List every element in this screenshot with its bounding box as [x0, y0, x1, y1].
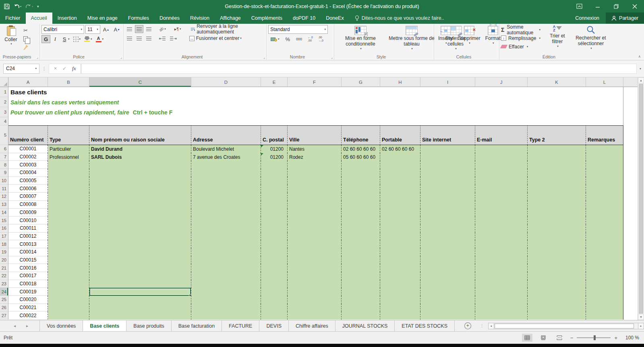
cell-J9[interactable]	[475, 169, 528, 177]
cell-B23[interactable]	[48, 280, 89, 288]
tab-mise-en-page[interactable]: Mise en page	[82, 12, 123, 24]
cell-J7[interactable]	[475, 153, 528, 161]
cell-G7[interactable]: 05 60 60 60 60	[342, 153, 380, 161]
zoom-slider-thumb[interactable]	[594, 335, 596, 340]
cell-E21[interactable]	[261, 264, 288, 272]
font-color-button[interactable]: A▾	[94, 35, 106, 43]
cell-D19[interactable]	[191, 248, 261, 256]
cell-L14[interactable]	[586, 209, 623, 217]
autosum-button[interactable]: ΣSomme automatique▾	[501, 26, 540, 33]
cell-I22[interactable]	[420, 272, 475, 280]
cell-C17[interactable]	[89, 233, 191, 241]
zoom-in-icon[interactable]: +	[614, 335, 617, 341]
cell-C8[interactable]	[89, 161, 191, 169]
row-header-11[interactable]: 11	[0, 185, 8, 193]
align-center-button[interactable]	[135, 34, 143, 42]
cell-J25[interactable]	[475, 296, 528, 304]
cell-L11[interactable]	[586, 185, 623, 193]
cell-C25[interactable]	[89, 296, 191, 304]
cell-I26[interactable]	[420, 304, 475, 312]
cell-H7[interactable]	[380, 153, 420, 161]
row-header-27[interactable]: 27	[0, 312, 8, 320]
row-header-22[interactable]: 22	[0, 272, 8, 280]
scroll-up-icon[interactable]: ▲	[638, 77, 644, 83]
cell-J26[interactable]	[475, 304, 528, 312]
cell-K5[interactable]: Type 2	[528, 125, 586, 145]
cell-L25[interactable]	[586, 296, 623, 304]
cell-E22[interactable]	[261, 272, 288, 280]
save-icon[interactable]	[4, 4, 10, 9]
cell-C18[interactable]	[89, 240, 191, 248]
cell-J16[interactable]	[475, 224, 528, 233]
cell-G5[interactable]: Téléphone	[342, 125, 380, 145]
cell-B17[interactable]	[48, 233, 89, 241]
cell-D10[interactable]	[191, 177, 261, 185]
cell-G16[interactable]	[342, 224, 380, 233]
row-header-14[interactable]: 14	[0, 209, 8, 217]
cell-G9[interactable]	[342, 169, 380, 177]
cell-A13[interactable]: C00008	[8, 201, 48, 209]
cell-E25[interactable]	[261, 296, 288, 304]
cell-K10[interactable]	[528, 177, 586, 185]
column-header-K[interactable]: K	[528, 77, 586, 87]
cell-L17[interactable]	[586, 233, 623, 241]
cell-C5[interactable]: Nom prénom ou raison sociale	[89, 125, 191, 145]
cell-J12[interactable]	[475, 193, 528, 201]
cell-G25[interactable]	[342, 296, 380, 304]
cell-G6[interactable]: 02 60 60 60 60	[342, 145, 380, 153]
scroll-down-icon[interactable]: ▼	[638, 314, 644, 320]
cell-A22[interactable]: C00017	[8, 272, 48, 280]
cell-L13[interactable]	[586, 201, 623, 209]
cell-J20[interactable]	[475, 256, 528, 264]
cell-C26[interactable]	[89, 304, 191, 312]
cell-K22[interactable]	[528, 272, 586, 280]
cell-C19[interactable]	[89, 248, 191, 256]
cell-A3[interactable]: Pour trouver un client plus rapidement, …	[8, 107, 623, 117]
column-header-C[interactable]: C	[89, 77, 191, 87]
cell-G26[interactable]	[342, 304, 380, 312]
cell-I15[interactable]	[420, 216, 475, 224]
column-header-B[interactable]: B	[48, 77, 89, 87]
cell-K7[interactable]	[528, 153, 586, 161]
cell-E6[interactable]: 01200	[261, 145, 288, 153]
align-top-button[interactable]	[125, 25, 134, 33]
customize-qat-button[interactable]: ▾	[37, 4, 39, 8]
cell-A11[interactable]: C00006	[8, 185, 48, 193]
cell-C6[interactable]: David Durand	[89, 145, 191, 153]
cell-D9[interactable]	[191, 169, 261, 177]
tab-doneex[interactable]: DoneEx	[321, 12, 349, 24]
row-header-18[interactable]: 18	[0, 240, 8, 248]
cell-K8[interactable]	[528, 161, 586, 169]
row-header-16[interactable]: 16	[0, 224, 8, 233]
cell-B8[interactable]	[48, 161, 89, 169]
sheet-tab-chiffre-affaires[interactable]: Chiffre affaires	[289, 320, 335, 331]
row-header-9[interactable]: 9	[0, 169, 8, 177]
cell-C22[interactable]	[89, 272, 191, 280]
zoom-level-label[interactable]: 100 %	[623, 335, 639, 341]
cell-B14[interactable]	[48, 209, 89, 217]
cell-A2[interactable]: Saisir dans les cases vertes uniquement	[8, 97, 623, 107]
cell-E16[interactable]	[261, 224, 288, 233]
cell-L8[interactable]	[586, 161, 623, 169]
cell-H26[interactable]	[380, 304, 420, 312]
tab-affichage[interactable]: Affichage	[215, 12, 246, 24]
cell-G18[interactable]	[342, 240, 380, 248]
column-header-A[interactable]: A	[8, 77, 48, 87]
cell-K26[interactable]	[528, 304, 586, 312]
ribbon-display-options-icon[interactable]	[570, 0, 588, 12]
cell-E8[interactable]	[261, 161, 288, 169]
row-header-17[interactable]: 17	[0, 233, 8, 241]
cell-I12[interactable]	[420, 193, 475, 201]
cell-D7[interactable]: 7 avenue des Croates	[191, 153, 261, 161]
cell-L20[interactable]	[586, 256, 623, 264]
new-sheet-button[interactable]: +	[464, 322, 471, 329]
cell-E26[interactable]	[261, 304, 288, 312]
cell-D5[interactable]: Adresse	[191, 125, 261, 145]
cell-H17[interactable]	[380, 233, 420, 241]
row-header-4[interactable]: 4	[0, 117, 8, 125]
name-box-caret[interactable]: ▾	[35, 67, 37, 70]
tab-dopdf-10[interactable]: doPDF 10	[288, 12, 321, 24]
cell-H11[interactable]	[380, 185, 420, 193]
row-header-25[interactable]: 25	[0, 296, 8, 304]
tab-complements[interactable]: Compléments	[246, 12, 288, 24]
